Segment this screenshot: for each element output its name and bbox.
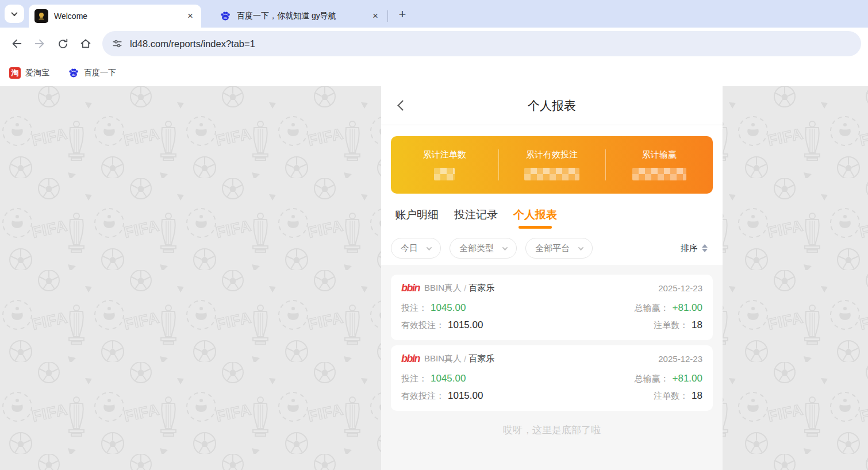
game-name: 百家乐	[468, 283, 494, 294]
tab-title: 百度一下，你就知道 gy导航	[237, 11, 370, 21]
bookmark-baidu[interactable]: du 百度一下	[68, 67, 116, 79]
stat-total-winloss: 累计输赢	[605, 149, 713, 180]
count-label: 注单数：	[654, 320, 688, 331]
page-header: 个人报表	[381, 86, 723, 125]
winloss-label: 总输赢：	[635, 303, 669, 314]
page-title: 个人报表	[528, 98, 576, 114]
chevron-left-icon	[397, 100, 408, 110]
reload-button[interactable]	[53, 34, 72, 53]
filter-label: 全部平台	[535, 243, 570, 254]
summary-stats-card: 累计注单数 累计有效投注 累计输赢	[391, 136, 713, 194]
record-card[interactable]: bbin BBIN真人 / 百家乐 2025-12-23 投注： 1045.00…	[391, 345, 713, 411]
browser-toolbar: ld48.com/reports/index?tab=1	[0, 28, 868, 60]
bet-value: 1045.00	[431, 302, 466, 314]
masked-value	[434, 168, 455, 180]
forward-button[interactable]	[30, 34, 49, 53]
bet-label: 投注：	[401, 373, 427, 384]
filter-date-dropdown[interactable]: 今日	[391, 238, 441, 259]
bet-value: 1045.00	[431, 373, 466, 384]
stat-total-valid-bets: 累计有效投注	[498, 149, 606, 180]
winloss-value: +81.00	[673, 302, 702, 314]
filter-label: 全部类型	[459, 243, 494, 254]
provider-name: BBIN真人	[424, 353, 462, 364]
bookmark-aitaobao[interactable]: 淘 爱淘宝	[9, 67, 49, 79]
svg-text:du: du	[72, 73, 75, 76]
masked-value	[524, 168, 579, 180]
new-tab-button[interactable]: +	[394, 6, 411, 23]
page-back-button[interactable]	[396, 100, 408, 111]
count-label: 注单数：	[654, 391, 688, 402]
tab-close-icon[interactable]: ×	[185, 10, 195, 22]
end-of-list-text: 哎呀，这里是底部了啦	[391, 423, 713, 437]
count-value: 18	[692, 319, 702, 331]
report-panel: 个人报表 累计注单数 累计有效投注 累计输赢 账户明细 投注记录 个人报表 今日	[381, 86, 723, 470]
report-tabs: 账户明细 投注记录 个人报表	[381, 194, 723, 232]
filter-type-dropdown[interactable]: 全部类型	[450, 238, 517, 259]
stat-total-bets-count: 累计注单数	[391, 149, 498, 180]
game-name: 百家乐	[468, 353, 494, 364]
back-button[interactable]	[7, 34, 26, 53]
record-date: 2025-12-23	[658, 283, 702, 293]
browser-tab-baidu[interactable]: du 百度一下，你就知道 gy导航 ×	[214, 5, 386, 28]
separator: /	[464, 354, 466, 364]
filter-platform-dropdown[interactable]: 全部平台	[525, 238, 593, 259]
bet-label: 投注：	[401, 303, 427, 314]
tab-title: Welcome	[54, 11, 185, 21]
home-button[interactable]	[76, 34, 95, 53]
browser-tab-welcome[interactable]: Welcome ×	[29, 5, 201, 28]
chevron-down-icon	[427, 245, 432, 251]
url-text: ld48.com/reports/index?tab=1	[130, 38, 255, 49]
records-list: bbin BBIN真人 / 百家乐 2025-12-23 投注： 1045.00…	[381, 265, 723, 470]
chevron-down-icon	[11, 10, 17, 16]
provider-name: BBIN真人	[424, 283, 462, 294]
count-value: 18	[692, 390, 702, 402]
chevron-down-icon	[578, 245, 584, 251]
page-viewport: FIFA	[0, 86, 868, 470]
tab-account-details[interactable]: 账户明细	[395, 207, 439, 232]
stat-label: 累计有效投注	[498, 149, 606, 160]
record-date: 2025-12-23	[658, 354, 702, 364]
masked-value	[632, 168, 686, 180]
filter-label: 今日	[401, 243, 418, 254]
taobao-icon: 淘	[9, 67, 21, 79]
svg-text:du: du	[224, 16, 227, 20]
bookmark-label: 百度一下	[84, 68, 116, 78]
valid-bet-value: 1015.00	[448, 390, 483, 402]
address-bar[interactable]: ld48.com/reports/index?tab=1	[102, 31, 861, 56]
browser-tab-strip: Welcome × du 百度一下，你就知道 gy导航 × +	[0, 0, 868, 28]
back-arrow-icon	[10, 37, 23, 50]
winloss-label: 总输赢：	[635, 373, 669, 384]
bookmark-label: 爱淘宝	[25, 68, 49, 78]
baidu-paw-icon: du	[220, 10, 231, 22]
stat-label: 累计注单数	[391, 149, 498, 160]
tab-close-icon[interactable]: ×	[370, 10, 381, 22]
bbin-logo-icon: bbin	[401, 353, 420, 365]
sort-arrows-icon	[702, 244, 708, 252]
tab-personal-report[interactable]: 个人报表	[513, 207, 557, 232]
chevron-down-icon	[502, 245, 508, 251]
bookmarks-bar: 淘 爱淘宝 du 百度一下	[0, 60, 868, 86]
reload-icon	[57, 38, 69, 50]
home-icon	[79, 37, 92, 50]
valid-bet-value: 1015.00	[448, 319, 483, 331]
sort-label: 排序	[681, 243, 698, 254]
forward-arrow-icon	[33, 37, 46, 50]
separator: /	[464, 283, 466, 293]
site-settings-icon[interactable]	[112, 38, 123, 49]
baidu-paw-icon: du	[68, 67, 79, 79]
tab-separator	[387, 10, 388, 22]
tab-bet-records[interactable]: 投注记录	[454, 207, 498, 232]
sort-control[interactable]: 排序	[681, 243, 708, 254]
record-card[interactable]: bbin BBIN真人 / 百家乐 2025-12-23 投注： 1045.00…	[391, 275, 713, 340]
stat-label: 累计输赢	[605, 149, 713, 160]
game-crest-icon	[34, 9, 48, 23]
filter-row: 今日 全部类型 全部平台 排序	[381, 232, 723, 265]
valid-bet-label: 有效投注：	[401, 320, 444, 331]
tab-search-button[interactable]	[5, 5, 24, 23]
bbin-logo-icon: bbin	[401, 282, 420, 294]
valid-bet-label: 有效投注：	[401, 391, 444, 402]
winloss-value: +81.00	[673, 373, 702, 384]
